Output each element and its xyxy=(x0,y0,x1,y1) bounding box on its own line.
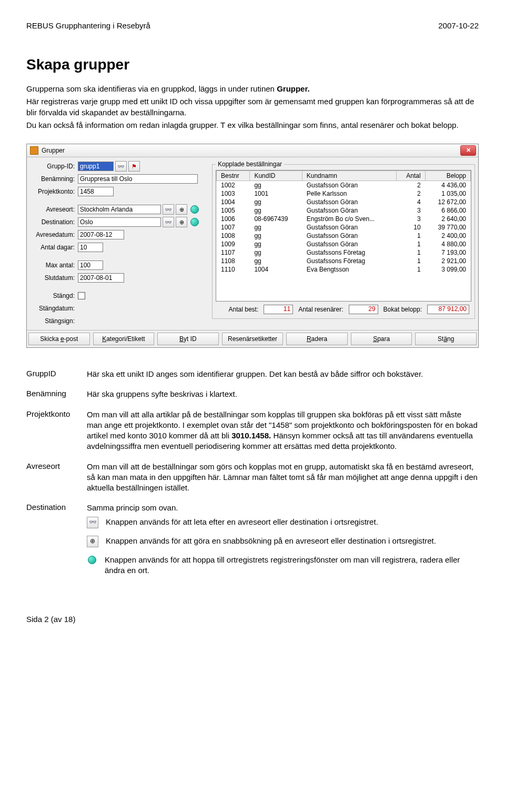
def-body-projektkonto: Om man vill att alla artiklar på de best… xyxy=(87,409,479,452)
label-benamning: Benämning: xyxy=(30,175,78,183)
label-projektkonto: Projektkonto: xyxy=(30,188,78,195)
benamning-input[interactable] xyxy=(78,174,198,184)
binoculars-icon: 👓 xyxy=(87,517,98,528)
intro-block: Grupperna som ska identifieras via en gr… xyxy=(26,84,479,131)
titlebar: Grupper ✕ xyxy=(27,144,478,157)
intro-p2: Här registreras varje grupp med ett unik… xyxy=(26,96,479,118)
table-row[interactable]: 10031001Pelle Karlsson21 035,00 xyxy=(217,189,471,198)
binoculars-icon[interactable]: 👓 xyxy=(115,161,127,172)
goto-icon xyxy=(87,555,97,565)
def-term-destination: Destination xyxy=(26,503,87,583)
table-row[interactable]: 1007ggGustafsson Göran1039 770,00 xyxy=(217,223,471,232)
orders-table: Bestnr KundID Kundnamn Antal Belopp 1002… xyxy=(216,171,471,274)
sum-antalbest-label: Antal best: xyxy=(229,306,259,313)
header-right: 2007-10-22 xyxy=(438,21,479,30)
slutdatum-input[interactable] xyxy=(78,273,124,283)
sum-antalres-val: 29 xyxy=(349,305,378,314)
def-term-avreseort: Avreseort xyxy=(26,462,87,494)
table-row[interactable]: 1004ggGustafsson Göran412 672,00 xyxy=(217,198,471,206)
def-term-projektkonto: Projektkonto xyxy=(26,409,87,452)
table-row[interactable]: 1005ggGustafsson Göran36 866,00 xyxy=(217,206,471,215)
th-kundnamn[interactable]: Kundnamn xyxy=(302,171,397,181)
magnify-icon[interactable]: ⊕ xyxy=(176,204,187,215)
def-body-gruppid: Här ska ett unikt ID anges som identifie… xyxy=(87,369,479,379)
sum-bokat-val: 87 912,00 xyxy=(427,305,469,314)
dialog-title: Grupper xyxy=(42,147,65,154)
intro-p3: Du kan också få information om redan inl… xyxy=(26,120,479,131)
form-panel: Grupp-ID: 👓 ⚑ Benämning: Projektkonto: A… xyxy=(30,161,209,328)
sum-antalbest-val: 11 xyxy=(264,305,293,314)
label-avresedatum: Avresedatum: xyxy=(30,231,78,238)
page-title: Skapa grupper xyxy=(26,56,479,73)
page-footer: Sida 2 (av 18) xyxy=(26,615,479,624)
def-term-benamning: Benämning xyxy=(26,389,87,399)
label-antaldagar: Antal dagar: xyxy=(30,244,78,251)
sum-antalres-label: Antal resenärer: xyxy=(298,306,343,313)
def-term-gruppid: GruppID xyxy=(26,369,87,379)
kopplade-legend: Kopplade beställningar xyxy=(216,161,284,168)
icon2-text: Knappen används för att göra en snabbsök… xyxy=(106,536,436,546)
th-antal[interactable]: Antal xyxy=(397,171,425,181)
maxantal-input[interactable] xyxy=(78,260,103,270)
kopplade-fieldset: Kopplade beställningar Bestnr KundID Kun… xyxy=(212,161,475,319)
stangd-checkbox[interactable] xyxy=(78,292,85,299)
icon3-text: Knappen används för att hoppa till ortre… xyxy=(105,555,479,576)
table-row[interactable]: 1107ggGustafssons Företag17 193,00 xyxy=(217,248,471,257)
gruppid-input[interactable] xyxy=(78,162,114,171)
table-row[interactable]: 1002ggGustafsson Göran24 436,00 xyxy=(217,181,471,190)
icon1-text: Knappen används för att leta efter en av… xyxy=(106,517,378,527)
th-bestnr[interactable]: Bestnr xyxy=(217,171,250,181)
def-body-destination: Samma princip som ovan. 👓 Knappen använd… xyxy=(87,503,479,583)
magnify-icon: ⊕ xyxy=(87,536,98,547)
table-row[interactable]: 1108ggGustafssons Företag12 921,00 xyxy=(217,257,471,265)
table-row[interactable]: 11101004Eva Bengtsson13 099,00 xyxy=(217,265,471,274)
epost-button[interactable]: Skicka e-post xyxy=(28,333,90,345)
intro-p1b: Grupper. xyxy=(277,84,310,93)
binoculars-icon[interactable]: 👓 xyxy=(163,204,174,215)
table-row[interactable]: 1008ggGustafsson Göran12 400,00 xyxy=(217,232,471,240)
label-stangd: Stängd: xyxy=(30,292,78,299)
close-icon[interactable]: ✕ xyxy=(460,145,476,156)
magnify-icon[interactable]: ⊕ xyxy=(176,217,187,227)
bytid-button[interactable]: Byt ID xyxy=(157,333,219,345)
flag-icon[interactable]: ⚑ xyxy=(128,161,140,172)
avreseort-input[interactable] xyxy=(78,205,161,214)
summary-row: Antal best: 11 Antal resenärer: 29 Bokat… xyxy=(216,302,471,315)
app-icon xyxy=(30,146,38,155)
definitions: GruppID Här ska ett unikt ID anges som i… xyxy=(26,369,479,583)
goto-icon[interactable] xyxy=(190,218,199,226)
def-body-benamning: Här ska gruppens syfte beskrivas i klart… xyxy=(87,389,479,399)
button-bar: Skicka e-post Kategori/Etikett Byt ID Re… xyxy=(27,330,478,347)
label-slutdatum: Slutdatum: xyxy=(30,274,78,282)
orders-table-wrap[interactable]: Bestnr KundID Kundnamn Antal Belopp 1002… xyxy=(216,170,471,302)
label-gruppid: Grupp-ID: xyxy=(30,163,78,170)
projektkonto-input[interactable] xyxy=(78,187,114,196)
stang-button[interactable]: Stäng xyxy=(415,333,477,345)
radera-button[interactable]: Radera xyxy=(286,333,348,345)
sum-bokat-label: Bokat belopp: xyxy=(383,306,422,313)
spara-button[interactable]: Spara xyxy=(351,333,412,345)
th-kundid[interactable]: KundID xyxy=(250,171,302,181)
def-body-avreseort: Om man vill att de beställningar som gör… xyxy=(87,462,479,494)
goto-icon[interactable] xyxy=(190,205,199,214)
kategori-button[interactable]: Kategori/Etikett xyxy=(93,333,155,345)
label-avreseort: Avreseort: xyxy=(30,206,78,213)
resenars-button[interactable]: Resenärsetiketter xyxy=(222,333,284,345)
doc-header: REBUS Grupphantering i Resebyrå 2007-10-… xyxy=(26,21,479,30)
binoculars-icon[interactable]: 👓 xyxy=(163,217,174,227)
table-row[interactable]: 100608-6967439Engström Bo c/o Sven...32 … xyxy=(217,215,471,223)
grupper-dialog: Grupper ✕ Grupp-ID: 👓 ⚑ Benämning: Proje… xyxy=(26,144,479,348)
th-belopp[interactable]: Belopp xyxy=(425,171,470,181)
label-maxantal: Max antal: xyxy=(30,262,78,269)
antaldagar-input[interactable] xyxy=(78,243,103,252)
label-destination: Destination: xyxy=(30,218,78,226)
intro-p1a: Grupperna som ska identifieras via en gr… xyxy=(26,84,277,93)
label-stangdatum: Stängdatum: xyxy=(30,305,78,312)
table-row[interactable]: 1009ggGustafsson Göran14 880,00 xyxy=(217,240,471,248)
header-left: REBUS Grupphantering i Resebyrå xyxy=(26,21,150,30)
destination-input[interactable] xyxy=(78,217,161,227)
label-stangsign: Stängsign: xyxy=(30,317,78,325)
avresedatum-input[interactable] xyxy=(78,230,124,239)
